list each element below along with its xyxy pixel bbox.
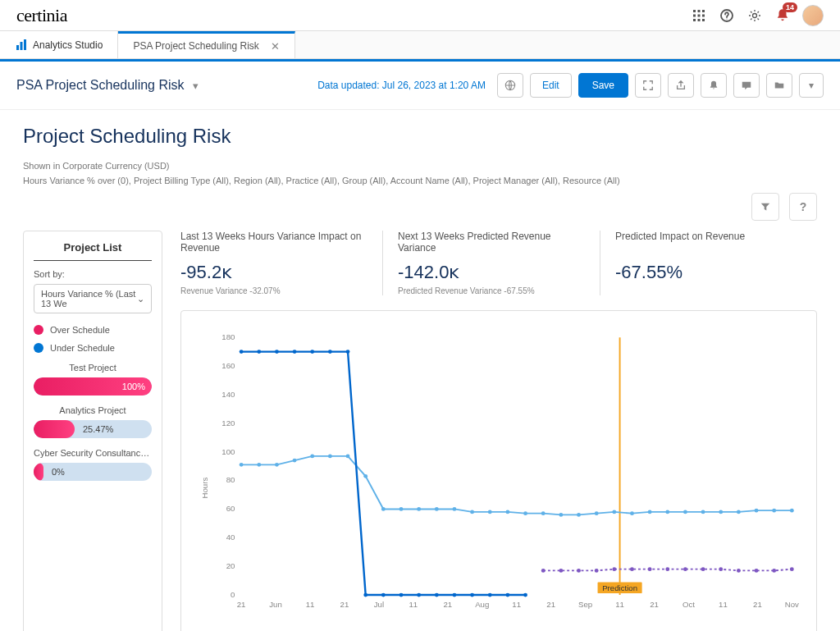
sort-by-label: Sort by: bbox=[34, 269, 152, 279]
svg-text:21: 21 bbox=[340, 601, 349, 610]
edit-button[interactable]: Edit bbox=[530, 73, 572, 98]
svg-point-64 bbox=[541, 511, 546, 515]
svg-text:11: 11 bbox=[306, 601, 315, 610]
comment-button[interactable] bbox=[733, 73, 760, 98]
project-pct: 100% bbox=[122, 382, 145, 391]
settings-icon[interactable] bbox=[746, 7, 763, 24]
folder-button[interactable] bbox=[766, 73, 792, 98]
svg-point-88 bbox=[399, 593, 404, 597]
svg-point-82 bbox=[293, 350, 297, 354]
data-updated-text: Data updated: Jul 26, 2023 at 1:20 AM bbox=[317, 80, 486, 91]
svg-point-58 bbox=[435, 507, 439, 511]
fullscreen-button[interactable] bbox=[635, 73, 661, 98]
svg-point-50 bbox=[293, 459, 297, 463]
svg-rect-5 bbox=[702, 14, 705, 16]
svg-point-70 bbox=[648, 510, 652, 514]
share-button[interactable] bbox=[668, 73, 694, 98]
svg-point-89 bbox=[417, 593, 421, 597]
svg-text:140: 140 bbox=[221, 390, 235, 399]
close-icon[interactable]: ✕ bbox=[271, 40, 280, 53]
svg-point-104 bbox=[683, 567, 687, 571]
project-bar[interactable]: 0% bbox=[34, 463, 152, 481]
svg-point-81 bbox=[275, 350, 279, 354]
svg-text:Nov: Nov bbox=[785, 601, 799, 610]
svg-text:11: 11 bbox=[615, 601, 624, 610]
svg-text:40: 40 bbox=[226, 533, 235, 542]
page-title: PSA Project Scheduling Risk bbox=[16, 78, 185, 93]
svg-point-49 bbox=[275, 463, 279, 467]
svg-point-110 bbox=[790, 567, 794, 571]
svg-point-90 bbox=[435, 593, 439, 597]
svg-text:11: 11 bbox=[512, 601, 521, 610]
svg-point-96 bbox=[541, 569, 546, 573]
svg-rect-3 bbox=[693, 14, 696, 16]
svg-point-109 bbox=[772, 569, 776, 573]
svg-rect-0 bbox=[693, 10, 696, 12]
notifications-badge: 14 bbox=[783, 2, 797, 12]
svg-text:Aug: Aug bbox=[475, 601, 489, 610]
svg-point-76 bbox=[755, 509, 759, 513]
svg-point-51 bbox=[310, 455, 314, 459]
filter-button[interactable] bbox=[751, 193, 779, 221]
svg-point-102 bbox=[648, 567, 652, 571]
svg-point-55 bbox=[381, 507, 386, 511]
help-button[interactable]: ? bbox=[789, 193, 817, 221]
svg-point-65 bbox=[559, 513, 563, 517]
svg-point-59 bbox=[453, 507, 457, 511]
svg-point-83 bbox=[310, 350, 314, 354]
svg-text:100: 100 bbox=[221, 447, 235, 456]
svg-text:120: 120 bbox=[221, 418, 235, 428]
project-bar[interactable]: 100% bbox=[34, 377, 152, 396]
svg-point-99 bbox=[595, 569, 599, 573]
dashboard-title: Project Scheduling Risk bbox=[23, 125, 817, 148]
more-button[interactable]: ▾ bbox=[799, 73, 824, 98]
svg-text:Jul: Jul bbox=[374, 601, 384, 610]
svg-text:Sep: Sep bbox=[578, 601, 592, 610]
app-launcher-icon[interactable] bbox=[691, 7, 707, 24]
svg-rect-12 bbox=[16, 45, 19, 50]
svg-rect-2 bbox=[702, 10, 705, 12]
tab-psa-project-scheduling-risk[interactable]: PSA Project Scheduling Risk ✕ bbox=[118, 31, 294, 58]
svg-point-52 bbox=[328, 455, 332, 459]
svg-text:0: 0 bbox=[231, 590, 235, 599]
svg-point-98 bbox=[577, 569, 581, 573]
chevron-down-icon[interactable]: ▾ bbox=[193, 80, 199, 92]
project-bar[interactable]: 25.47% bbox=[34, 420, 152, 438]
svg-point-56 bbox=[399, 507, 404, 511]
kpi-predicted-impact: Predicted Impact on Revenue -67.55% bbox=[600, 231, 817, 295]
notifications-icon[interactable]: 14 bbox=[774, 7, 791, 24]
globe-button[interactable] bbox=[497, 73, 523, 98]
sort-value: Hours Variance % (Last 13 We bbox=[41, 289, 137, 309]
kpi-last-13-weeks: Last 13 Weeks Hours Variance Impact on R… bbox=[180, 231, 383, 295]
svg-point-103 bbox=[665, 567, 669, 571]
tab-label: PSA Project Scheduling Risk bbox=[133, 40, 258, 52]
svg-point-100 bbox=[612, 567, 616, 571]
svg-point-57 bbox=[417, 507, 421, 511]
save-button[interactable]: Save bbox=[578, 73, 628, 98]
svg-point-54 bbox=[363, 474, 368, 478]
svg-point-68 bbox=[612, 510, 616, 514]
svg-text:160: 160 bbox=[221, 361, 235, 370]
chevron-down-icon: ⌄ bbox=[137, 294, 144, 304]
help-icon[interactable] bbox=[719, 7, 735, 24]
svg-rect-6 bbox=[693, 19, 696, 21]
chart-svg: Hours 020406080100120140160180 21Jun1121… bbox=[198, 324, 800, 631]
project-list-panel: Project List Sort by: Hours Variance % (… bbox=[23, 231, 162, 631]
svg-point-78 bbox=[790, 509, 794, 513]
svg-point-95 bbox=[523, 593, 527, 597]
project-list-title: Project List bbox=[34, 241, 152, 261]
avatar[interactable] bbox=[802, 5, 824, 26]
svg-point-73 bbox=[701, 510, 705, 514]
currency-note: Shown in Corporate Currency (USD) bbox=[23, 159, 817, 174]
svg-text:Oct: Oct bbox=[682, 601, 695, 610]
project-name: Test Project bbox=[34, 363, 152, 373]
tab-analytics-studio[interactable]: Analytics Studio bbox=[0, 31, 118, 58]
brand-logo: certinia bbox=[16, 5, 67, 26]
svg-text:60: 60 bbox=[226, 504, 235, 513]
svg-point-62 bbox=[505, 510, 509, 514]
bell-button[interactable] bbox=[701, 73, 727, 98]
svg-point-84 bbox=[328, 350, 332, 354]
svg-text:21: 21 bbox=[237, 601, 246, 610]
svg-point-79 bbox=[240, 350, 244, 354]
sort-by-select[interactable]: Hours Variance % (Last 13 We ⌄ bbox=[34, 284, 152, 313]
